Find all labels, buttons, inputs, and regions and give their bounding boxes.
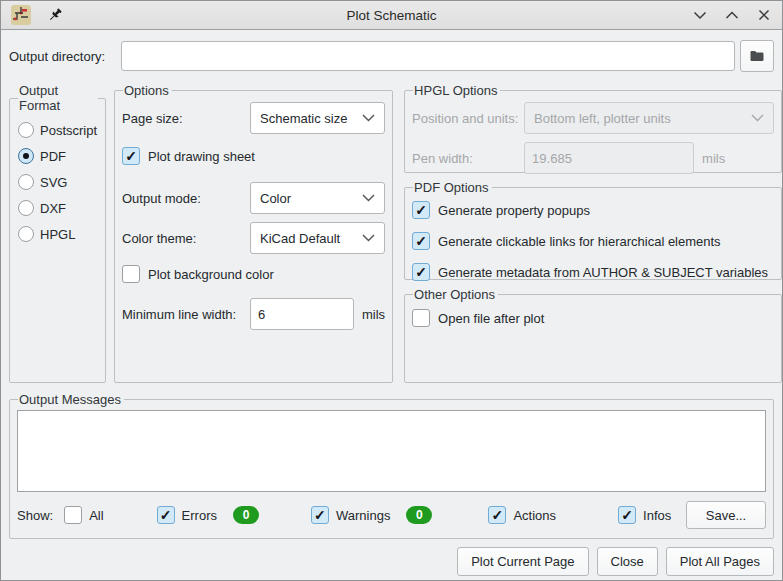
checkbox-icon <box>122 147 140 165</box>
filter-label: Actions <box>513 508 556 523</box>
radio-icon <box>18 122 34 138</box>
options-group: Options Page size: Schematic size Plot d… <box>114 83 393 383</box>
app-icon <box>11 5 31 25</box>
radio-postscript[interactable]: Postscript <box>17 119 98 141</box>
radio-label: HPGL <box>40 227 75 242</box>
color-theme-select[interactable]: KiCad Default <box>250 222 385 254</box>
window-close-button[interactable] <box>756 7 772 23</box>
window-minimize-button[interactable] <box>692 7 708 23</box>
generate-clickable-links-checkbox[interactable]: Generate clickable links for hierarchica… <box>412 231 774 251</box>
other-options-title: Other Options <box>413 287 498 302</box>
pdf-options-title: PDF Options <box>413 180 491 195</box>
filter-warnings-checkbox[interactable]: Warnings 0 <box>311 506 432 524</box>
filter-label: Infos <box>643 508 671 523</box>
checkbox-icon <box>618 506 636 524</box>
output-mode-value: Color <box>260 191 291 206</box>
chevron-down-icon <box>362 114 375 122</box>
radio-label: PDF <box>40 149 66 164</box>
chevron-down-icon <box>362 234 375 242</box>
output-directory-label: Output directory: <box>9 49 121 64</box>
pen-width-label: Pen width: <box>412 151 524 166</box>
open-file-after-plot-checkbox[interactable]: Open file after plot <box>412 308 774 328</box>
filter-all-checkbox[interactable]: All <box>64 506 103 524</box>
pen-width-units: mils <box>702 151 725 166</box>
other-options-group: Other Options Open file after plot <box>404 287 782 383</box>
output-messages-title: Output Messages <box>18 392 124 407</box>
filter-errors-checkbox[interactable]: Errors 0 <box>157 506 259 524</box>
plot-current-page-button[interactable]: Plot Current Page <box>457 547 588 576</box>
radio-icon <box>18 174 34 190</box>
radio-label: DXF <box>40 201 66 216</box>
filter-label: All <box>89 508 103 523</box>
plot-background-color-checkbox[interactable]: Plot background color <box>122 264 385 284</box>
pin-icon[interactable] <box>45 5 65 25</box>
pen-width-input <box>524 142 694 174</box>
checkbox-label: Generate metadata from AUTHOR & SUBJECT … <box>438 265 768 280</box>
pdf-options-group: PDF Options Generate property popups Gen… <box>404 180 782 280</box>
checkbox-icon <box>412 232 430 250</box>
hpgl-options-title: HPGL Options <box>413 83 500 98</box>
min-line-width-label: Minimum line width: <box>122 307 250 322</box>
min-line-width-units: mils <box>362 307 385 322</box>
position-units-label: Position and units: <box>412 111 524 126</box>
show-label: Show: <box>17 508 53 523</box>
page-size-select[interactable]: Schematic size <box>250 102 385 134</box>
browse-output-directory-button[interactable] <box>740 40 774 72</box>
output-mode-label: Output mode: <box>122 191 250 206</box>
position-units-select: Bottom left, plotter units <box>524 102 774 134</box>
errors-count-badge: 0 <box>233 506 259 524</box>
color-theme-value: KiCad Default <box>260 231 340 246</box>
output-messages-panel[interactable] <box>17 410 766 492</box>
output-directory-input[interactable] <box>121 41 735 71</box>
radio-label: SVG <box>40 175 67 190</box>
output-format-title: Output Format <box>18 83 98 113</box>
checkbox-label: Generate clickable links for hierarchica… <box>438 234 721 249</box>
checkbox-icon <box>311 506 329 524</box>
radio-pdf[interactable]: PDF <box>17 145 98 167</box>
filter-label: Errors <box>182 508 217 523</box>
color-theme-label: Color theme: <box>122 231 250 246</box>
close-icon <box>758 9 770 21</box>
window-title: Plot Schematic <box>1 8 782 23</box>
generate-metadata-checkbox[interactable]: Generate metadata from AUTHOR & SUBJECT … <box>412 262 774 282</box>
checkbox-icon <box>122 265 140 283</box>
position-units-value: Bottom left, plotter units <box>534 111 671 126</box>
chevron-up-icon <box>725 11 739 20</box>
radio-svg[interactable]: SVG <box>17 171 98 193</box>
chevron-down-icon <box>751 114 764 122</box>
plot-drawing-sheet-checkbox[interactable]: Plot drawing sheet <box>122 146 385 166</box>
plot-schematic-dialog: Plot Schematic Output directory: <box>0 0 783 581</box>
save-messages-button[interactable]: Save... <box>686 501 766 529</box>
min-line-width-input[interactable] <box>250 298 354 330</box>
filter-actions-checkbox[interactable]: Actions <box>488 506 556 524</box>
checkbox-icon <box>412 309 430 327</box>
plot-all-pages-button[interactable]: Plot All Pages <box>666 547 774 576</box>
warnings-count-badge: 0 <box>406 506 432 524</box>
page-size-value: Schematic size <box>260 111 347 126</box>
window-maximize-button[interactable] <box>724 7 740 23</box>
checkbox-label: Generate property popups <box>438 203 590 218</box>
radio-dxf[interactable]: DXF <box>17 197 98 219</box>
radio-hpgl[interactable]: HPGL <box>17 223 98 245</box>
checkbox-icon <box>64 506 82 524</box>
checkbox-icon <box>412 201 430 219</box>
options-title: Options <box>123 83 172 98</box>
radio-icon-selected <box>18 148 34 164</box>
checkbox-label: Plot drawing sheet <box>148 149 255 164</box>
checkbox-label: Plot background color <box>148 267 274 282</box>
close-button[interactable]: Close <box>597 547 658 576</box>
filter-label: Warnings <box>336 508 390 523</box>
chevron-down-icon <box>693 11 707 20</box>
checkbox-label: Open file after plot <box>438 311 544 326</box>
folder-icon <box>749 48 765 64</box>
radio-icon <box>18 200 34 216</box>
page-size-label: Page size: <box>122 111 250 126</box>
checkbox-icon <box>412 263 430 281</box>
checkbox-icon <box>157 506 175 524</box>
chevron-down-icon <box>362 194 375 202</box>
radio-icon <box>18 226 34 242</box>
window-titlebar: Plot Schematic <box>1 1 782 30</box>
generate-property-popups-checkbox[interactable]: Generate property popups <box>412 200 774 220</box>
filter-infos-checkbox[interactable]: Infos <box>618 506 671 524</box>
output-mode-select[interactable]: Color <box>250 182 385 214</box>
